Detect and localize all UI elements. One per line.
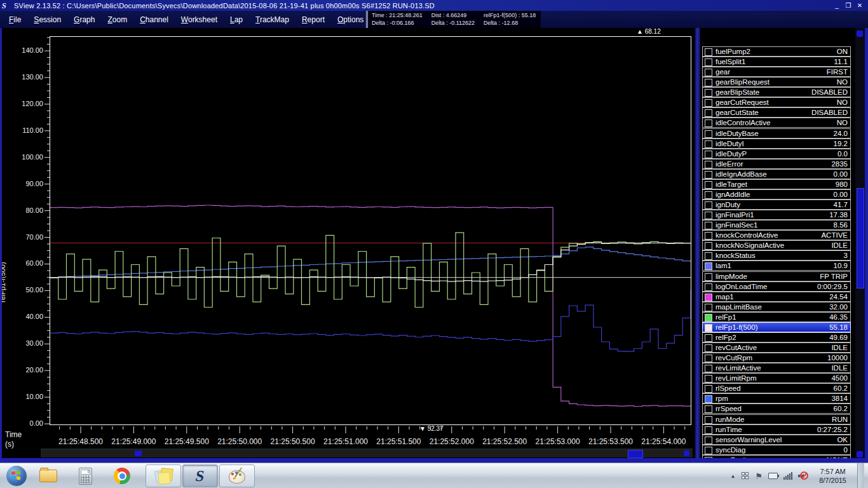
action-center-flag-icon[interactable]: ⚑ xyxy=(756,471,763,481)
start-button[interactable] xyxy=(6,466,27,486)
menu-worksheet[interactable]: Worksheet xyxy=(175,15,224,24)
channel-row-rrSpeed[interactable]: rrSpeed60.2 xyxy=(702,403,851,414)
channel-checkbox[interactable] xyxy=(705,252,712,260)
channel-checkbox[interactable] xyxy=(705,48,712,56)
menu-session[interactable]: Session xyxy=(27,15,67,24)
channel-row-idleControlActive[interactable]: idleControlActiveNO xyxy=(702,118,851,128)
horizontal-scrollbar[interactable] xyxy=(41,449,693,458)
channel-row-fuelSplit1[interactable]: fuelSplit111.1 xyxy=(702,57,851,67)
channel-row-relFp1-f(500)[interactable]: relFp1-f(500)55.18 xyxy=(702,322,851,332)
channel-row-revCutActive[interactable]: revCutActiveIDLE xyxy=(702,342,851,353)
channel-row-revLimitActive[interactable]: revLimitActiveIDLE xyxy=(702,363,851,373)
scroll-down-arrow[interactable] xyxy=(857,451,863,458)
channel-row-knockNoSignalActive[interactable]: knockNoSignalActiveIDLE xyxy=(702,240,851,250)
channel-checkbox[interactable] xyxy=(705,212,712,219)
channel-checkbox[interactable] xyxy=(705,385,712,393)
channel-checkbox[interactable] xyxy=(705,79,712,86)
v-scroll-thumb[interactable] xyxy=(857,188,864,288)
taskbar-sview[interactable]: S xyxy=(182,464,218,487)
taskbar-explorer[interactable] xyxy=(36,464,61,487)
channel-checkbox[interactable] xyxy=(705,242,712,250)
channel-checkbox[interactable] xyxy=(705,161,712,168)
channel-row-gear[interactable]: gearFIRST xyxy=(702,67,851,77)
taskbar-calculator[interactable]: 0 xyxy=(72,464,98,487)
channel-row-limpMode[interactable]: limpModeFP TRIP xyxy=(702,271,851,281)
plot-area[interactable] xyxy=(50,36,691,425)
channel-checkbox[interactable] xyxy=(705,140,712,148)
menu-graph[interactable]: Graph xyxy=(67,15,101,24)
channel-row-gearCutState[interactable]: gearCutStateDISABLED xyxy=(702,107,851,118)
channel-checkbox[interactable] xyxy=(705,437,712,444)
channel-row-rlSpeed[interactable]: rlSpeed60.2 xyxy=(702,383,851,393)
channel-row-ignDuty[interactable]: ignDuty41.7 xyxy=(702,200,851,210)
channel-row-knockStatus[interactable]: knockStatus3 xyxy=(702,250,851,261)
menu-lap[interactable]: Lap xyxy=(224,15,249,24)
show-desktop-button[interactable] xyxy=(857,463,864,488)
channel-row-knockControlActive[interactable]: knockControlActiveACTIVE xyxy=(702,230,851,240)
channel-checkbox[interactable] xyxy=(705,375,712,383)
channel-checkbox[interactable] xyxy=(705,201,712,209)
channel-row-idleDutyI[interactable]: idleDutyI19.2 xyxy=(702,139,851,149)
channel-row-ignFinalSec1[interactable]: ignFinalSec18.56 xyxy=(702,220,851,230)
menu-report[interactable]: Report xyxy=(295,15,331,24)
channel-checkbox[interactable] xyxy=(705,130,712,138)
channel-checkbox[interactable] xyxy=(705,355,712,362)
channel-scrollbar[interactable] xyxy=(855,28,865,463)
channel-checkbox[interactable] xyxy=(705,109,712,117)
channel-row-gearCutRequest[interactable]: gearCutRequestNO xyxy=(702,97,851,107)
channel-checkbox[interactable] xyxy=(705,262,712,270)
channel-checkbox[interactable] xyxy=(705,69,712,76)
channel-row-revCutRpm[interactable]: revCutRpm10000 xyxy=(702,353,851,363)
channel-checkbox[interactable] xyxy=(705,344,712,352)
channel-checkbox[interactable] xyxy=(705,191,712,199)
taskbar-paint[interactable] xyxy=(219,464,255,487)
window-grid-icon[interactable] xyxy=(742,472,750,480)
channel-checkbox[interactable] xyxy=(705,283,712,291)
hidden-icons-arrow[interactable]: ▲ xyxy=(731,473,736,479)
channel-checkbox[interactable] xyxy=(705,58,712,66)
h-scroll-right-arrow[interactable] xyxy=(684,451,689,456)
menu-trackmap[interactable]: TrackMap xyxy=(249,15,295,24)
channel-checkbox[interactable] xyxy=(705,181,712,189)
channel-row-syncDiag[interactable]: syncDiag0 xyxy=(702,445,851,455)
menu-options[interactable]: Options xyxy=(331,15,370,24)
channel-checkbox[interactable] xyxy=(705,232,712,240)
channel-row-idleDutyBase[interactable]: idleDutyBase24.0 xyxy=(702,128,851,139)
channel-row-ignAddIdle[interactable]: ignAddIdle0.00 xyxy=(702,189,851,200)
channel-checkbox[interactable] xyxy=(705,447,712,454)
channel-checkbox[interactable] xyxy=(705,365,712,372)
volume-muted-icon[interactable] xyxy=(798,471,808,480)
channel-checkbox[interactable] xyxy=(705,304,712,311)
channel-checkbox[interactable] xyxy=(705,314,712,322)
taskbar-clock[interactable]: 7:57 AM 8/7/2015 xyxy=(814,467,851,485)
menu-zoom[interactable]: Zoom xyxy=(101,15,133,24)
menu-file[interactable]: File xyxy=(3,15,27,24)
channel-checkbox[interactable] xyxy=(705,416,712,424)
channel-row-idleIgnAddBase[interactable]: idleIgnAddBase0.00 xyxy=(702,169,851,179)
scroll-marker[interactable] xyxy=(135,451,142,456)
channel-checkbox[interactable] xyxy=(705,334,712,342)
channel-checkbox[interactable] xyxy=(705,405,712,413)
taskbar-chrome[interactable] xyxy=(109,464,135,487)
channel-row-sensorWarningLevel[interactable]: sensorWarningLevelOK xyxy=(702,435,851,445)
channel-row-revLimitRpm[interactable]: revLimitRpm4500 xyxy=(702,373,851,383)
close-button[interactable]: ✕ xyxy=(855,2,864,10)
restore-button[interactable]: ❐ xyxy=(844,2,853,10)
channel-row-runTime[interactable]: runTime0:27:25.2 xyxy=(702,424,851,435)
channel-row-idleError[interactable]: idleError2835 xyxy=(702,159,851,169)
channel-checkbox[interactable] xyxy=(705,89,712,97)
channel-row-ignFinalPri1[interactable]: ignFinalPri117.38 xyxy=(702,210,851,220)
channel-row-idleTarget[interactable]: idleTarget980 xyxy=(702,179,851,189)
panel-divider[interactable] xyxy=(695,28,700,463)
channel-checkbox[interactable] xyxy=(705,119,712,127)
minimize-button[interactable]: _ xyxy=(832,2,841,10)
channel-row-idleDutyP[interactable]: idleDutyP0.0 xyxy=(702,149,851,159)
channel-row-mapLimitBase[interactable]: mapLimitBase32.00 xyxy=(702,302,851,312)
taskbar-sticky-notes[interactable] xyxy=(146,464,181,487)
channel-row-map1[interactable]: map124.54 xyxy=(702,292,851,302)
channel-row-gearBlipRequest[interactable]: gearBlipRequestNO xyxy=(702,77,851,87)
channel-row-fuelPump2[interactable]: fuelPump2ON xyxy=(702,46,851,57)
h-scroll-thumb[interactable] xyxy=(628,450,643,458)
channel-checkbox[interactable] xyxy=(705,324,712,332)
channel-row-runMode[interactable]: runModeRUN xyxy=(702,414,851,424)
